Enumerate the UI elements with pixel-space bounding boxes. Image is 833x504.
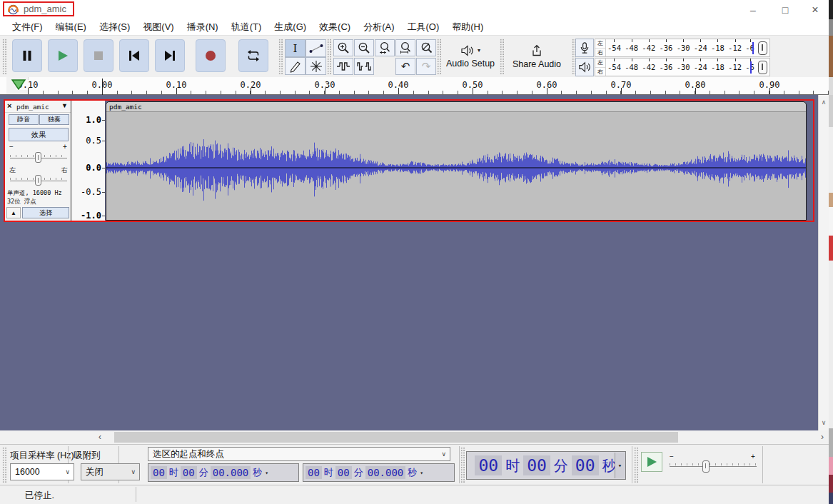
- scroll-left-icon[interactable]: ‹: [94, 430, 106, 444]
- menu-item[interactable]: 帮助(H): [445, 21, 490, 34]
- track-menu-icon[interactable]: ▼: [61, 102, 68, 109]
- redo-button[interactable]: ↷: [416, 58, 436, 75]
- pan-slider-thumb[interactable]: [35, 175, 41, 186]
- toolbar-grip[interactable]: [634, 447, 639, 483]
- time-digits[interactable]: 00: [572, 455, 599, 475]
- gain-slider-thumb[interactable]: [35, 152, 41, 163]
- meter-slider-handle[interactable]: [758, 61, 767, 74]
- menu-item[interactable]: 工具(O): [400, 21, 445, 34]
- clip-title[interactable]: pdm_amic: [106, 102, 806, 112]
- ruler-major-tick: [547, 88, 547, 94]
- menu-item[interactable]: 选择(S): [93, 21, 136, 34]
- track-name[interactable]: pdm_amic: [16, 103, 49, 111]
- fit-project-button[interactable]: [395, 39, 415, 56]
- scroll-down-icon[interactable]: ∨: [819, 417, 829, 429]
- select-track-button[interactable]: 选择: [22, 207, 69, 218]
- vertical-scale-ruler[interactable]: 1.00.50.0-0.5-1.0: [71, 101, 105, 221]
- toolbar-grip[interactable]: [500, 39, 505, 74]
- menu-item[interactable]: 轨道(T): [225, 21, 268, 34]
- vertical-scrollbar[interactable]: ∧ ∨: [818, 95, 829, 430]
- skip-to-end-button[interactable]: [155, 39, 185, 72]
- undo-button[interactable]: ↶: [395, 58, 415, 75]
- play-at-speed-button[interactable]: [641, 452, 662, 472]
- menu-item[interactable]: 编辑(E): [49, 21, 93, 34]
- audio-setup-button[interactable]: ▾ Audio Setup: [443, 38, 498, 75]
- speed-slider-thumb[interactable]: [702, 460, 710, 473]
- time-digits[interactable]: 00: [151, 466, 167, 479]
- scroll-right-icon[interactable]: ›: [817, 430, 828, 444]
- stop-button[interactable]: [84, 39, 113, 72]
- scroll-up-icon[interactable]: ∧: [819, 96, 829, 109]
- share-audio-button[interactable]: Share Audio: [505, 38, 568, 75]
- record-button[interactable]: [196, 39, 226, 72]
- menu-item[interactable]: 生成(G): [268, 21, 313, 34]
- toolbar-grip[interactable]: [278, 39, 283, 74]
- time-digits[interactable]: 00: [523, 455, 550, 475]
- toolbar-grip[interactable]: [460, 447, 465, 483]
- time-digits[interactable]: 00.000: [365, 466, 406, 479]
- dropdown-icon[interactable]: ▾: [265, 470, 268, 476]
- horizontal-scroll-thumb[interactable]: [114, 432, 678, 443]
- speed-slider-track[interactable]: [670, 466, 757, 467]
- loop-region-triangle-icon[interactable]: [11, 79, 26, 90]
- menu-item[interactable]: 文件(F): [6, 21, 49, 34]
- record-meter-button[interactable]: [575, 39, 594, 57]
- zoom-in-button[interactable]: [333, 39, 353, 56]
- time-digits[interactable]: 00: [181, 466, 197, 479]
- menu-item[interactable]: 分析(A): [357, 21, 400, 34]
- waveform[interactable]: [106, 112, 806, 220]
- timeline-ruler[interactable]: 0.100.000.100.200.300.400.500.600.700.80…: [0, 77, 829, 95]
- zoom-out-button[interactable]: [354, 39, 374, 56]
- play-button[interactable]: [48, 39, 78, 72]
- dropdown-icon[interactable]: ▾: [420, 470, 423, 476]
- close-track-button[interactable]: ×: [7, 101, 11, 110]
- time-digits[interactable]: 00: [335, 466, 352, 479]
- zoom-toggle-icon: [420, 41, 433, 54]
- skip-to-start-button[interactable]: [119, 39, 149, 72]
- track-area[interactable]: pdm_amic × pdm_amic ▼ 静音 独奏 效果 − + 左 右: [0, 95, 829, 430]
- time-digits[interactable]: 00.000: [211, 466, 251, 479]
- zoom-to-selection-button[interactable]: [375, 39, 395, 56]
- dropdown-icon[interactable]: ▾: [615, 453, 625, 478]
- recording-meter[interactable]: 左 右 -54-48-42-36-30-24-18-12-6: [595, 39, 770, 57]
- zoom-toggle-button[interactable]: [416, 39, 436, 56]
- mute-button[interactable]: 静音: [9, 114, 39, 125]
- selection-start-time[interactable]: 00 时 00 分 00.000 秒 ▾: [148, 463, 299, 482]
- toolbar-grip[interactable]: [2, 447, 7, 483]
- multi-tool-button[interactable]: [306, 57, 326, 75]
- chevron-down-icon: ∨: [441, 450, 446, 458]
- effects-button[interactable]: 效果: [9, 128, 69, 141]
- silence-selection-button[interactable]: [354, 58, 374, 75]
- time-digits[interactable]: 00: [475, 455, 502, 475]
- meter-slider-handle[interactable]: [758, 41, 767, 55]
- time-unit: 秒: [408, 466, 417, 479]
- sample-rate-combo[interactable]: 16000 ∨: [10, 463, 74, 480]
- snap-combo[interactable]: 关闭 ∨: [81, 463, 140, 480]
- minimize-button[interactable]: –: [739, 0, 767, 19]
- collapse-track-button[interactable]: ▲: [6, 207, 21, 218]
- maximize-button[interactable]: □: [771, 0, 799, 19]
- envelope-tool-button[interactable]: [306, 39, 326, 57]
- horizontal-scrollbar[interactable]: ‹ ›: [0, 430, 829, 444]
- toolbar-grip[interactable]: [437, 39, 442, 74]
- selection-tool-button[interactable]: I: [285, 39, 306, 57]
- loop-button[interactable]: [238, 39, 268, 72]
- time-digits[interactable]: 00: [306, 466, 322, 479]
- menu-item[interactable]: 视图(V): [136, 21, 180, 34]
- audio-position-display[interactable]: 00 时 00 分 00 秒 ▾: [466, 451, 626, 480]
- solo-button[interactable]: 独奏: [39, 114, 69, 125]
- close-button[interactable]: ×: [801, 0, 829, 19]
- selection-end-time[interactable]: 00 时 00 分 00.000 秒 ▾: [303, 463, 455, 482]
- menu-item[interactable]: 播录(N): [181, 21, 225, 34]
- playback-meter-button[interactable]: [575, 58, 594, 76]
- toolbar-grip[interactable]: [2, 39, 7, 74]
- pause-button[interactable]: [12, 39, 42, 72]
- toolbar-grip[interactable]: [327, 39, 332, 74]
- trim-outside-selection-button[interactable]: [333, 58, 353, 75]
- draw-tool-button[interactable]: [285, 57, 306, 75]
- audio-clip[interactable]: pdm_amic: [106, 101, 807, 221]
- selection-range-mode-combo[interactable]: 选区的起点和终点 ∨: [148, 447, 450, 461]
- menu-item[interactable]: 效果(C): [313, 21, 357, 34]
- playback-meter[interactable]: 左 右 -54-48-42-36-30-24-18-12-6: [595, 58, 770, 76]
- menu-bar: 文件(F)编辑(E)选择(S)视图(V)播录(N)轨道(T)生成(G)效果(C)…: [0, 19, 829, 36]
